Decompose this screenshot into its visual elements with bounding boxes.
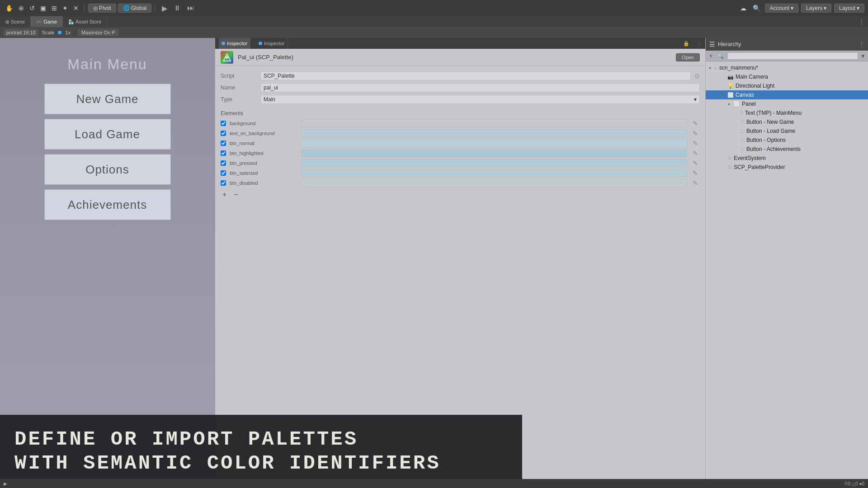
tree-item-btn_new_game[interactable]: ☐ Button - New Game [706,117,868,127]
layers-chevron-icon: ▾ [824,5,826,11]
tree-label-directional_light: Directional Light [736,83,774,89]
palette-name: Pal_ui (SCP_Palette) [238,54,293,61]
tree-item-text_mainmenu[interactable]: T Text (TMP) - MainMenu [706,108,868,117]
scale-indicator [58,31,61,34]
color-swatch-btn_selected[interactable] [301,169,687,177]
color-name-btn_selected: btn_selected [230,170,297,176]
color-edit-btn_highlighted[interactable]: ✎ [691,150,700,157]
color-check-btn_disabled[interactable] [221,180,226,186]
color-check-text_on_background[interactable] [221,131,226,136]
color-edit-btn_disabled[interactable]: ✎ [691,179,700,187]
tree-icon-event_system: ⚙ [727,155,732,161]
color-swatch-btn_highlighted[interactable] [301,149,687,157]
script-edit-icon[interactable]: ⊙ [694,72,700,80]
hierarchy-panel: ☰ Hierarchy ⋮ + 🔍 ▾ ▸ ▸ scn_mainmenu* 📷 … [705,38,868,488]
tab-inspector-1[interactable]: Inspector [219,38,250,49]
color-check-btn_selected[interactable] [221,170,226,176]
account-button[interactable]: Account ▾ [765,4,798,13]
new-game-button[interactable]: New Game [44,84,171,114]
hierarchy-menu-icon[interactable]: ⋮ [859,41,864,47]
palette-icon [221,51,233,64]
tree-icon-text_mainmenu: T [740,110,743,116]
search-icon[interactable]: 🔍 [751,4,762,13]
color-swatch-background[interactable] [301,119,687,127]
type-select[interactable]: Main ▾ [260,95,700,104]
extra-tool-icon[interactable]: ✕ [71,4,80,13]
color-swatch-btn_pressed[interactable] [301,159,687,167]
hand-tool-icon[interactable]: ✋ [4,4,15,13]
tab-game[interactable]: 🎮 Game [31,16,63,27]
color-rows-container: background ✎ text_on_background ✎ btn_no… [221,119,700,187]
color-swatch-btn_normal[interactable] [301,139,687,147]
tree-item-btn_options[interactable]: ☐ Button - Options [706,136,868,145]
type-chevron-icon: ▾ [694,96,697,103]
color-edit-btn_selected[interactable]: ✎ [691,169,700,177]
tree-item-panel[interactable]: ▸ ⬜ Panel [706,99,868,108]
tree-item-directional_light[interactable]: 💡 Directional Light [706,81,868,90]
scale-value: 1x [65,30,71,35]
global-button[interactable]: 🌐 Global [118,4,152,13]
color-swatch-text_on_background[interactable] [301,129,687,137]
play-button[interactable]: ▶ [159,3,170,14]
tab-inspector-2[interactable]: Inspector [256,38,288,49]
orientation-select[interactable]: portrait 16:10 [4,29,38,36]
color-check-background[interactable] [221,121,226,126]
tree-item-btn_load_game[interactable]: ☐ Button - Load Game [706,127,868,136]
tab-scene[interactable]: ⊞ Scene [0,16,31,27]
step-button[interactable]: ⏭ [184,3,197,13]
tab-asset-store[interactable]: 🏪 Asset Store [63,16,107,27]
inspector-menu-icon[interactable]: ⋮ [697,41,702,47]
color-edit-btn_normal[interactable]: ✎ [691,140,700,147]
rect-tool-icon[interactable]: ▣ [38,4,48,13]
tree-item-scn_mainmenu[interactable]: ▸ ▸ scn_mainmenu* [706,63,868,72]
achievements-button[interactable]: Achievements [44,189,171,220]
tab-menu-button[interactable]: ⋮ [855,16,868,27]
tree-label-canvas: Canvas [736,92,754,98]
tree-item-main_camera[interactable]: 📷 Main Camera [706,72,868,81]
color-edit-btn_pressed[interactable]: ✎ [691,160,700,167]
pause-button[interactable]: ⏸ [171,3,184,13]
add-element-button[interactable]: + [221,191,228,199]
tree-item-event_system[interactable]: ⚙ EventSystem [706,154,868,163]
lock-icon[interactable]: 🔒 [683,41,689,47]
rotate-tool-icon[interactable]: ↺ [28,4,37,13]
game-title: Main Menu [67,56,147,73]
move-tool-icon[interactable]: ⊕ [17,4,26,13]
open-palette-button[interactable]: Open [676,53,700,61]
color-check-btn_pressed[interactable] [221,160,226,166]
maximize-btn[interactable]: Maximize On P [78,29,119,36]
color-check-btn_normal[interactable] [221,141,226,146]
scale-label: Scale [42,30,55,35]
layout-button[interactable]: Layout ▾ [834,4,864,13]
hierarchy-header: ☰ Hierarchy ⋮ [706,38,868,51]
color-swatch-btn_disabled[interactable] [301,179,687,187]
status-right: ©0 △0 ●0 [844,481,864,486]
collab-icon[interactable]: ☁ [738,4,748,13]
custom-tool-icon[interactable]: ✦ [61,4,70,13]
options-button[interactable]: Options [44,154,171,185]
load-game-button[interactable]: Load Game [44,119,171,150]
tree-icon-panel: ⬜ [734,101,740,107]
transform-tool-icon[interactable]: ⊞ [50,4,59,13]
pivot-button[interactable]: ◎ Pivot [88,4,116,13]
color-edit-background[interactable]: ✎ [691,120,700,127]
tree-item-btn_achievements[interactable]: ☐ Button - Achievements [706,145,868,154]
layers-button[interactable]: Layers ▾ [801,4,831,13]
tree-item-canvas[interactable]: ▸ ⬜ Canvas [706,90,868,99]
layout-chevron-icon: ▾ [857,5,859,11]
remove-element-button[interactable]: − [232,191,240,199]
global-icon: 🌐 [123,5,130,11]
hierarchy-search-btn[interactable]: 🔍 [716,53,725,59]
hierarchy-search-input[interactable] [727,52,858,60]
tree-label-scn_mainmenu: scn_mainmenu* [719,65,758,71]
color-name-text_on_background: text_on_background [230,131,297,136]
tree-item-scp_palette_provider[interactable]: ⚙ SCP_PaletteProvider [706,163,868,172]
hierarchy-filter-btn[interactable]: ▾ [861,53,865,59]
bottom-overlay: DEFINE OR IMPORT PALETTES WITH SEMANTIC … [0,415,522,488]
inspector-dot-1 [222,42,225,45]
color-edit-text_on_background[interactable]: ✎ [691,130,700,137]
hierarchy-add-button[interactable]: + [708,53,713,59]
color-name-btn_disabled: btn_disabled [230,180,297,186]
color-row-text_on_background: text_on_background ✎ [221,129,700,137]
color-check-btn_highlighted[interactable] [221,150,226,156]
